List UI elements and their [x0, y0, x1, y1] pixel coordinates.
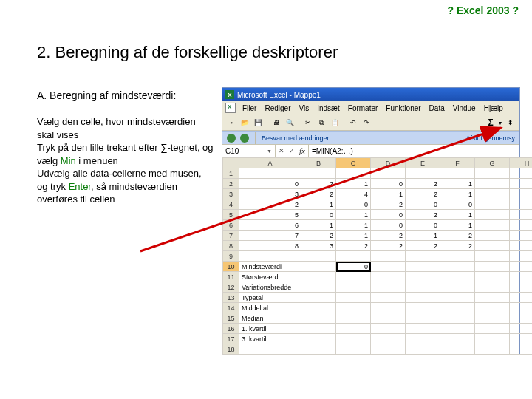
- cell[interactable]: [371, 303, 406, 313]
- cell[interactable]: [336, 168, 371, 179]
- cell[interactable]: [510, 179, 533, 189]
- cell[interactable]: [510, 344, 533, 355]
- cell[interactable]: [510, 293, 533, 303]
- cell[interactable]: 5: [239, 210, 301, 220]
- cell[interactable]: 6: [239, 220, 301, 231]
- row-header[interactable]: 3: [223, 189, 239, 200]
- cell[interactable]: 0: [371, 220, 406, 231]
- cell[interactable]: [475, 282, 510, 293]
- cell[interactable]: [475, 293, 510, 303]
- cell[interactable]: 2: [406, 179, 440, 189]
- print-icon[interactable]: 🖶: [270, 117, 282, 129]
- open-icon[interactable]: 📂: [239, 117, 250, 129]
- row-header[interactable]: 11: [223, 272, 239, 282]
- cell[interactable]: 2: [301, 179, 336, 189]
- cell[interactable]: [406, 303, 440, 313]
- fx-icon[interactable]: fx: [299, 146, 305, 155]
- row-header[interactable]: 12: [223, 282, 239, 293]
- cell[interactable]: [475, 313, 510, 324]
- cell[interactable]: [510, 282, 533, 293]
- cell[interactable]: [510, 220, 533, 231]
- cell[interactable]: [475, 334, 510, 344]
- cell[interactable]: 0: [371, 210, 406, 220]
- cell[interactable]: [301, 293, 336, 303]
- cell[interactable]: 2: [406, 241, 440, 251]
- cell[interactable]: Størsteværdi: [239, 272, 301, 282]
- menu-vindue[interactable]: Vindue: [449, 103, 480, 113]
- row-header[interactable]: 5: [223, 210, 239, 220]
- cell[interactable]: [475, 210, 510, 220]
- cell[interactable]: 1: [371, 189, 406, 200]
- cell[interactable]: 1: [336, 210, 371, 220]
- spreadsheet-grid[interactable]: ABCDEFGH12021021332412142102005501021661…: [222, 157, 519, 355]
- column-header[interactable]: H: [510, 158, 533, 168]
- column-header[interactable]: F: [440, 158, 475, 168]
- row-header[interactable]: 15: [223, 313, 239, 324]
- cell[interactable]: [510, 200, 533, 210]
- cell[interactable]: [301, 168, 336, 179]
- cell[interactable]: [371, 282, 406, 293]
- cell[interactable]: [301, 262, 336, 272]
- cell[interactable]: 1: [336, 231, 371, 241]
- cell[interactable]: [406, 313, 440, 324]
- cell[interactable]: 3. kvartil: [239, 334, 301, 344]
- cell[interactable]: 2: [371, 231, 406, 241]
- column-header[interactable]: C: [336, 158, 371, 168]
- menu-formater[interactable]: Formater: [344, 103, 382, 113]
- cell[interactable]: [239, 251, 301, 262]
- menu-data[interactable]: Data: [426, 103, 449, 113]
- cell[interactable]: [475, 344, 510, 355]
- cell[interactable]: 1. kvartil: [239, 324, 301, 334]
- column-header[interactable]: D: [371, 158, 406, 168]
- cell[interactable]: [440, 168, 475, 179]
- cell[interactable]: 2: [336, 241, 371, 251]
- cell[interactable]: 0: [440, 200, 475, 210]
- row-header[interactable]: 9: [223, 251, 239, 262]
- menu-filer[interactable]: Filer: [239, 103, 260, 113]
- row-header[interactable]: 14: [223, 303, 239, 313]
- row-header[interactable]: 2: [223, 179, 239, 189]
- cell[interactable]: [510, 210, 533, 220]
- cell[interactable]: [371, 344, 406, 355]
- row-header[interactable]: 8: [223, 241, 239, 251]
- row-header[interactable]: 16: [223, 324, 239, 334]
- cell[interactable]: [406, 344, 440, 355]
- cell[interactable]: [406, 168, 440, 179]
- cell[interactable]: 3: [301, 241, 336, 251]
- cell[interactable]: [301, 251, 336, 262]
- cell[interactable]: 1: [440, 220, 475, 231]
- cell[interactable]: [301, 344, 336, 355]
- cell[interactable]: [440, 272, 475, 282]
- cell[interactable]: [510, 272, 533, 282]
- cell[interactable]: [371, 313, 406, 324]
- cell[interactable]: [371, 251, 406, 262]
- cell[interactable]: 8: [239, 241, 301, 251]
- column-header[interactable]: E: [406, 158, 440, 168]
- cell[interactable]: [301, 303, 336, 313]
- cell[interactable]: [406, 251, 440, 262]
- cell[interactable]: 7: [239, 231, 301, 241]
- cell[interactable]: [510, 313, 533, 324]
- cell[interactable]: [440, 324, 475, 334]
- cell[interactable]: 1: [301, 200, 336, 210]
- cell[interactable]: [371, 293, 406, 303]
- cell[interactable]: [475, 324, 510, 334]
- select-all-corner[interactable]: [223, 158, 239, 168]
- cell[interactable]: [510, 334, 533, 344]
- cell[interactable]: 4: [336, 189, 371, 200]
- cell[interactable]: [336, 293, 371, 303]
- cell[interactable]: 1: [440, 179, 475, 189]
- cell[interactable]: [336, 303, 371, 313]
- cell[interactable]: [510, 168, 533, 179]
- menu-rediger[interactable]: Rediger: [261, 103, 294, 113]
- menu-vis[interactable]: Vis: [295, 103, 313, 113]
- row-header[interactable]: 10: [223, 262, 239, 272]
- cell[interactable]: [475, 189, 510, 200]
- enter-formula-icon[interactable]: ✓: [289, 147, 295, 154]
- cell[interactable]: 1: [336, 220, 371, 231]
- cell[interactable]: [475, 220, 510, 231]
- cell[interactable]: 0: [239, 179, 301, 189]
- cell[interactable]: [371, 272, 406, 282]
- row-header[interactable]: 1: [223, 168, 239, 179]
- column-header[interactable]: G: [475, 158, 510, 168]
